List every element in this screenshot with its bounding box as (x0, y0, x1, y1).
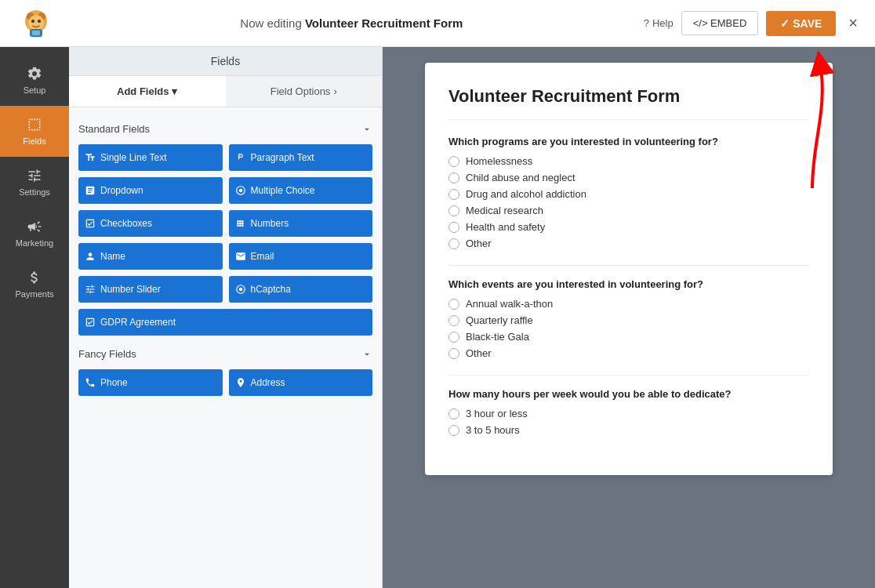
field-btn-phone[interactable]: Phone (78, 369, 223, 396)
dropdown-icon (85, 185, 96, 196)
dollar-icon (27, 270, 42, 285)
radio-3to5hr (448, 425, 459, 436)
field-btn-paragraph-text[interactable]: Paragraph Text (229, 144, 373, 171)
radio-drug-alcohol (448, 189, 459, 200)
option-child-abuse: Child abuse and neglect (448, 172, 809, 183)
fields-panel: Fields Add Fields ▾ Field Options › Stan… (69, 47, 383, 588)
options-3: 3 hour or less 3 to 5 hours (448, 408, 809, 436)
collapse-icon (361, 124, 372, 135)
text-icon (85, 152, 96, 163)
sidebar-item-settings[interactable]: Settings (0, 157, 69, 208)
top-bar-actions: ? Help </> EMBED ✓ SAVE × (644, 11, 862, 36)
field-btn-single-line-text[interactable]: Single Line Text (78, 144, 223, 171)
email-icon (235, 251, 246, 262)
sidebar-nav: Setup Fields Settings Marketing Payments (0, 47, 69, 588)
multiple-choice-icon (235, 185, 246, 196)
field-btn-hcaptcha[interactable]: hCaptcha (229, 276, 373, 303)
option-3to5hr: 3 to 5 hours (448, 424, 809, 436)
fields-icon (27, 117, 42, 132)
field-btn-dropdown[interactable]: Dropdown (78, 177, 223, 204)
tab-add-fields[interactable]: Add Fields ▾ (69, 76, 226, 107)
slider-icon (85, 284, 96, 295)
question-1: Which programs are you interested in vol… (448, 136, 809, 147)
phone-icon (85, 377, 96, 388)
fancy-fields-section: Fancy Fields Phone Address (78, 348, 372, 396)
fancy-fields-grid: Phone Address (78, 369, 372, 396)
form-title: Volunteer Recruitment Form (448, 86, 809, 120)
save-button[interactable]: ✓ SAVE (766, 11, 836, 36)
option-3hr-less: 3 hour or less (448, 408, 809, 419)
radio-walkathon (448, 299, 459, 310)
field-btn-numbers[interactable]: Numbers (229, 210, 373, 237)
question-3: How many hours per week would you be abl… (448, 388, 809, 400)
radio-3hr-less (448, 408, 459, 419)
sidebar-item-payments[interactable]: Payments (0, 259, 69, 310)
top-bar: Now editing Volunteer Recruitment Form ?… (0, 0, 875, 47)
option-health-safety: Health and safety (448, 221, 809, 233)
question-2: Which events are you interested in volun… (448, 278, 809, 290)
chevron-right-icon: › (333, 85, 336, 97)
option-quarterly-raffle: Quarterly raffle (448, 314, 809, 326)
fancy-collapse-icon (361, 349, 372, 360)
radio-other-1 (448, 238, 459, 249)
svg-point-3 (28, 15, 44, 31)
field-btn-multiple-choice[interactable]: Multiple Choice (229, 177, 373, 204)
fields-panel-header: Fields (69, 47, 382, 76)
standard-fields-grid: Single Line Text Paragraph Text Dropdown… (78, 144, 372, 336)
field-btn-checkboxes[interactable]: Checkboxes (78, 210, 223, 237)
radio-homelessness (448, 156, 459, 167)
option-homelessness: Homelessness (448, 155, 809, 167)
main-layout: Setup Fields Settings Marketing Payments (0, 47, 875, 588)
name-icon (85, 251, 96, 262)
gdpr-icon (85, 317, 96, 328)
radio-quarterly-raffle (448, 315, 459, 326)
radio-child-abuse (448, 172, 459, 183)
sidebar-item-setup[interactable]: Setup (0, 55, 69, 106)
option-drug-alcohol: Drug and alcohol addiction (448, 188, 809, 200)
checkbox-icon (85, 218, 96, 229)
option-other-2: Other (448, 347, 809, 359)
embed-button[interactable]: </> EMBED (681, 11, 759, 35)
app-logo (13, 4, 60, 43)
field-btn-number-slider[interactable]: Number Slider (78, 276, 223, 303)
address-icon (235, 377, 246, 388)
field-btn-email[interactable]: Email (229, 243, 373, 270)
captcha-icon (235, 284, 246, 295)
option-medical-research: Medical research (448, 205, 809, 216)
options-1: Homelessness Child abuse and neglect Dru… (448, 155, 809, 249)
help-button[interactable]: ? Help (644, 17, 673, 29)
numbers-icon (235, 218, 246, 229)
svg-point-4 (31, 20, 34, 23)
svg-point-5 (38, 20, 41, 23)
sidebar-item-fields[interactable]: Fields (0, 106, 69, 157)
tab-field-options[interactable]: Field Options › (226, 76, 383, 107)
radio-medical-research (448, 205, 459, 216)
field-btn-gdpr[interactable]: GDPR Agreement (78, 309, 372, 336)
radio-other-2 (448, 348, 459, 359)
gear-icon (27, 66, 42, 82)
close-button[interactable]: × (844, 14, 862, 32)
option-other-1: Other (448, 238, 809, 249)
option-black-tie-gala: Black-tie Gala (448, 331, 809, 343)
divider-2 (448, 375, 809, 376)
standard-fields-header: Standard Fields (78, 123, 372, 135)
help-icon: ? (644, 17, 649, 29)
field-btn-address[interactable]: Address (229, 369, 373, 396)
svg-point-10 (238, 288, 242, 292)
field-btn-name[interactable]: Name (78, 243, 223, 270)
option-walkathon: Annual walk-a-thon (448, 298, 809, 310)
divider-1 (448, 265, 809, 266)
fancy-fields-header: Fancy Fields (78, 348, 372, 360)
radio-health-safety (448, 222, 459, 233)
svg-rect-7 (32, 31, 40, 35)
chevron-down-icon: ▾ (172, 85, 177, 97)
form-card: Volunteer Recruitment Form Which program… (425, 63, 833, 475)
sidebar-item-marketing[interactable]: Marketing (0, 208, 69, 259)
fields-content: Standard Fields Single Line Text Paragra… (69, 107, 382, 588)
megaphone-icon (27, 219, 42, 234)
sliders-icon (27, 168, 42, 183)
radio-black-tie-gala (448, 332, 459, 343)
form-preview: Volunteer Recruitment Form Which program… (383, 47, 875, 588)
fields-tabs: Add Fields ▾ Field Options › (69, 76, 382, 107)
editing-label: Now editing Volunteer Recruitment Form (60, 16, 644, 30)
